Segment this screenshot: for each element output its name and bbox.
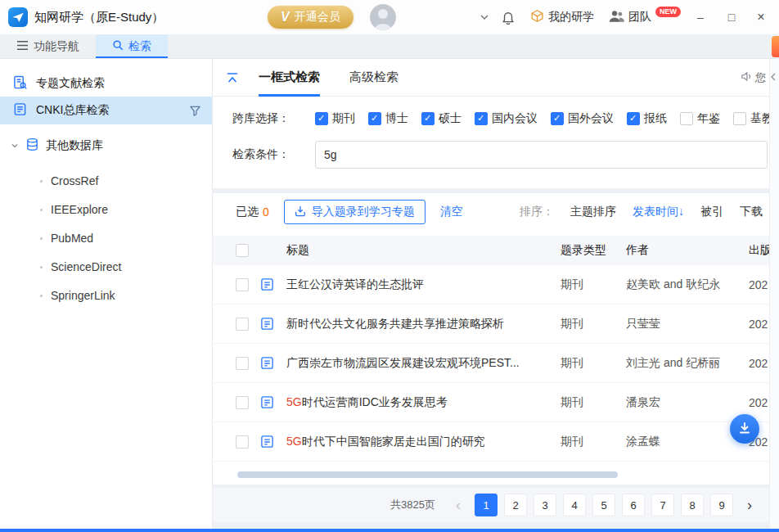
sidebar-item-pubmed[interactable]: PubMed (0, 224, 212, 253)
crossdb-checkbox-intl-conference[interactable]: 国外会议 (551, 111, 614, 126)
record-icon (260, 277, 275, 292)
checkbox-label: 基教 (750, 111, 769, 126)
vip-v-icon: V (281, 10, 290, 25)
row-checkbox[interactable] (236, 435, 249, 449)
prev-page-button[interactable]: ‹ (448, 494, 468, 516)
row-title: 5G时代运营商IDC业务发展思考 (286, 395, 561, 410)
page-button-9[interactable]: 9 (710, 494, 733, 516)
selected-label: 已选 (236, 205, 259, 219)
collapse-panel-icon[interactable] (226, 72, 239, 83)
crossdb-checkbox-basic-edu[interactable]: 基教 (733, 111, 769, 126)
record-icon (260, 356, 275, 371)
sort-by-download[interactable]: 下载 (740, 205, 763, 219)
page-button-7[interactable]: 7 (651, 494, 674, 516)
sidebar-item-crossref[interactable]: CrossRef (0, 167, 212, 196)
sidebar-group-other-databases[interactable]: 其他数据库 (0, 133, 212, 159)
checkbox-icon (421, 112, 435, 125)
import-label: 导入题录到学习专题 (312, 205, 415, 219)
clear-selection-link[interactable]: 清空 (440, 205, 463, 219)
announcement-icon (741, 71, 752, 84)
crossdb-checkbox-master[interactable]: 硕士 (421, 111, 462, 126)
horizontal-scrollbar[interactable] (237, 471, 618, 478)
row-authors: 涂孟蝶 (626, 435, 749, 449)
sort-group: 排序： 主题排序 发表时间↓ 被引 下载 (520, 205, 769, 219)
page-button-2[interactable]: 2 (504, 494, 527, 516)
team-button[interactable]: 团队 NEW (609, 8, 681, 26)
page-button-3[interactable]: 3 (534, 494, 556, 516)
study-box-icon (530, 9, 544, 25)
database-list: CrossRef IEEExplore PubMed ScienceDirect… (0, 167, 212, 310)
crossdb-checkbox-doctor[interactable]: 博士 (368, 111, 408, 126)
sidebar-group-other-databases-label: 其他数据库 (46, 138, 103, 153)
tab-onebox-search[interactable]: 一框式检索 (259, 59, 320, 97)
row-authors: 赵美欧 and 耿纪永 (626, 277, 749, 292)
total-pages-label: 共3825页 (390, 498, 435, 512)
crossdb-checkbox-domestic-conference[interactable]: 国内会议 (475, 111, 538, 126)
row-checkbox[interactable] (236, 357, 249, 370)
sidebar: 专题文献检索 CNKI总库检索 其他数据库 CrossRef IEEExplor… (0, 59, 213, 529)
sidebar-item-topic-search[interactable]: 专题文献检索 (0, 70, 212, 97)
row-checkbox[interactable] (236, 278, 249, 291)
sort-by-date[interactable]: 发表时间↓ (633, 205, 684, 219)
checkbox-label: 期刊 (332, 111, 355, 126)
table-row[interactable]: 5G时代运营商IDC业务发展思考 期刊 潘泉宏 202 (213, 383, 769, 422)
row-authors: 只莹莹 (626, 317, 749, 331)
next-page-button[interactable]: › (740, 494, 759, 516)
page-button-1[interactable]: 1 (475, 494, 498, 516)
crossdb-checkbox-yearbook[interactable]: 年鉴 (680, 111, 720, 126)
checkbox-label: 国外会议 (568, 111, 614, 126)
table-row[interactable]: 广西崇左市物流园区发展建设宏观环境PEST... 期刊 刘主光 and 纪桥丽 … (213, 344, 769, 383)
condition-label: 检索条件： (232, 147, 315, 162)
sort-by-cited[interactable]: 被引 (700, 205, 723, 219)
import-to-topic-button[interactable]: 导入题录到学习专题 (284, 200, 426, 224)
checkbox-icon (551, 112, 564, 125)
filter-funnel-icon[interactable] (189, 105, 201, 117)
title-text: 新时代公共文化服务共建共享推进策略探析 (286, 317, 504, 330)
table-row[interactable]: 新时代公共文化服务共建共享推进策略探析 期刊 只莹莹 202 (213, 304, 769, 344)
row-pub: 202 (749, 278, 769, 291)
sort-by-topic[interactable]: 主题排序 (570, 205, 616, 219)
row-checkbox[interactable] (236, 318, 249, 331)
bell-icon[interactable] (501, 10, 516, 25)
table-row[interactable]: 5G时代下中国智能家居走出国门的研究 期刊 涂孟蝶 202 (213, 422, 769, 462)
sidebar-item-ieeexplore[interactable]: IEEExplore (0, 196, 212, 224)
sidebar-item-sciencedirect[interactable]: ScienceDirect (0, 253, 212, 282)
vip-label: 开通会员 (295, 10, 340, 25)
sidebar-item-cnki-search-label: CNKI总库检索 (36, 103, 109, 118)
page-button-6[interactable]: 6 (622, 494, 645, 516)
download-icon (738, 422, 751, 437)
crossdb-checkbox-journal[interactable]: 期刊 (315, 111, 355, 126)
tab-function-nav-label: 功能导航 (34, 39, 79, 54)
close-button[interactable]: × (751, 9, 771, 25)
minimize-button[interactable]: – (691, 9, 710, 25)
crossdb-row: 跨库选择： 期刊 博士 硕士 国内会议 国外会议 报纸 年鉴 基教 (213, 106, 769, 131)
sidebar-item-springerlink[interactable]: SpringerLink (0, 282, 212, 310)
floating-download-button[interactable] (730, 414, 759, 444)
sidebar-item-cnki-search[interactable]: CNKI总库检索 (0, 97, 212, 124)
doc-search-icon (13, 75, 27, 92)
maximize-button[interactable]: □ (722, 9, 741, 25)
checkbox-icon (627, 112, 640, 125)
crossdb-checkbox-newspaper[interactable]: 报纸 (627, 111, 667, 126)
avatar[interactable] (370, 4, 396, 30)
search-condition-input[interactable] (315, 141, 768, 169)
select-all-checkbox[interactable] (236, 244, 249, 257)
row-title: 新时代公共文化服务共建共享推进策略探析 (286, 317, 561, 331)
page-button-5[interactable]: 5 (592, 494, 615, 516)
my-study-button[interactable]: 我的研学 (530, 8, 594, 26)
pagination-bar: 共3825页 ‹ 1 2 3 4 5 6 7 8 9 › (213, 488, 769, 522)
tab-search[interactable]: 检索 (96, 34, 168, 58)
title-text: 王红公汉诗英译的生态批评 (286, 277, 424, 291)
page-button-8[interactable]: 8 (681, 494, 704, 516)
checkbox-icon (733, 112, 746, 125)
tab-advanced-search[interactable]: 高级检索 (349, 59, 399, 97)
row-checkbox[interactable] (236, 396, 249, 409)
table-row[interactable]: 王红公汉诗英译的生态批评 期刊 赵美欧 and 耿纪永 202 (213, 265, 769, 304)
vip-upgrade-button[interactable]: V 开通会员 (268, 6, 353, 29)
table-header: 标题 题录类型 作者 出版 (213, 236, 769, 265)
expand-right-panel-icon[interactable] (770, 70, 777, 83)
page-button-4[interactable]: 4 (563, 494, 586, 516)
notice-area: 您 (741, 70, 766, 85)
tab-function-nav[interactable]: 功能导航 (0, 34, 96, 58)
chevron-down-icon[interactable] (480, 13, 489, 21)
